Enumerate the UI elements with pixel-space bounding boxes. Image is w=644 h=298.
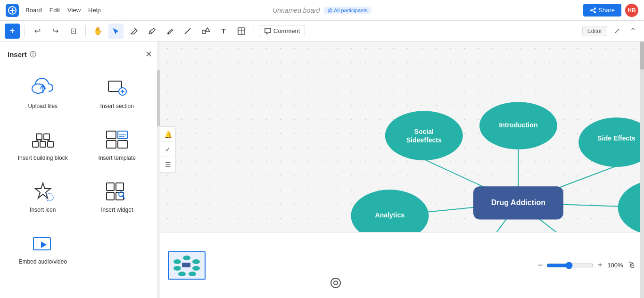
svg-rect-21 [48,141,53,147]
embed-audio-video-label: Embed audio/video [18,258,67,265]
svg-line-5 [592,10,594,11]
app-logo [6,4,19,17]
upload-files-label: Upload files [28,103,58,109]
participants-badge[interactable]: @ All participants [324,7,372,14]
share-label: Share [598,7,615,14]
sidebar-scrollbar-thumb [157,70,160,126]
nav-view[interactable]: View [67,7,81,14]
line-tool[interactable] [180,24,195,39]
zoom-controls: − + 100% 🖱 [538,260,636,270]
table-tool[interactable] [234,24,249,39]
main-area: Insert i ✕ Upload files [0,41,644,298]
toolbar-separator-1 [25,25,25,37]
upload-files-icon [30,76,56,99]
svg-text:Analytics: Analytics [375,211,405,219]
svg-text:Drug Addiction: Drug Addiction [491,198,546,207]
upload-files-item[interactable]: Upload files [8,69,78,117]
toolbar-separator-3 [254,25,254,37]
nav-edit[interactable]: Edit [50,7,60,14]
svg-rect-67 [182,263,190,267]
svg-text:Introduction: Introduction [499,121,537,129]
redo-button[interactable]: ↪ [48,24,63,39]
svg-rect-36 [107,192,114,200]
zoom-slider[interactable] [546,262,594,269]
fill-tool[interactable] [162,24,177,39]
svg-point-74 [189,272,196,276]
board-title-text: Unnamed board [272,7,320,14]
svg-rect-19 [33,141,38,147]
insert-widget-label: Insert widget [101,207,133,213]
svg-rect-20 [40,141,46,147]
svg-text:Side Effects: Side Effects [597,134,636,142]
insert-sidebar: Insert i ✕ Upload files [0,41,160,298]
embed-audio-video-icon [30,232,56,255]
topbar-right-actions: Share HB [583,4,638,17]
expand-button[interactable]: ⤢ [610,25,623,38]
zoom-icon: 🖱 [628,260,636,270]
svg-rect-22 [36,134,42,140]
insert-template-icon [104,128,130,151]
collapse-button[interactable]: ⌃ [626,25,639,38]
svg-point-73 [178,272,186,276]
insert-template-item[interactable]: Insert template [82,121,153,169]
svg-rect-30 [118,141,127,148]
hand-tool[interactable]: ✋ [91,24,106,39]
svg-text:Sideeffects: Sideeffects [406,136,442,144]
editor-badge: Editor [582,26,607,36]
insert-building-block-label: Insert building block [18,155,68,161]
comment-label: Comment [273,27,300,34]
insert-widget-item[interactable]: Insert widget [82,173,153,221]
canvas-area[interactable]: 🔔 ✓ ☰ Social Sideeffects [160,41,644,298]
canvas-scrollbar[interactable] [640,41,644,298]
text-tool[interactable]: T [216,24,231,39]
add-button[interactable]: + [5,24,20,39]
nav-board[interactable]: Board [25,7,42,14]
svg-rect-23 [44,134,50,140]
sidebar-scrollbar[interactable] [157,41,160,298]
svg-point-68 [173,259,181,264]
zoom-in-button[interactable]: + [597,260,603,270]
sidebar-close-button[interactable]: ✕ [145,49,152,59]
svg-line-4 [592,9,594,10]
insert-section-icon [104,76,130,99]
shape-tool[interactable] [198,24,213,39]
format-button[interactable]: ⊡ [66,24,81,39]
minimap-thumbnail[interactable] [168,251,206,280]
comment-button[interactable]: Comment [259,25,305,37]
insert-widget-icon [104,180,130,203]
svg-point-49 [385,111,463,160]
select-tool[interactable] [108,24,124,39]
svg-point-54 [578,117,644,167]
svg-marker-8 [205,28,210,32]
svg-rect-35 [116,183,124,190]
nav-help[interactable]: Help [88,7,101,14]
svg-point-71 [192,266,200,271]
embed-audio-video-item[interactable]: Embed audio/video [8,224,78,273]
share-button[interactable]: Share [583,4,621,17]
sidebar-header: Insert i ✕ [8,49,152,59]
erase-tool[interactable] [126,24,141,39]
pen-tool[interactable] [144,24,159,39]
insert-icon-item[interactable]: Insert icon [8,173,78,221]
insert-icon-icon [30,180,56,203]
svg-point-76 [334,281,338,285]
canvas-scrollbar-thumb [640,41,644,70]
svg-point-70 [192,259,200,264]
undo-button[interactable]: ↩ [30,24,45,39]
svg-rect-34 [107,183,114,190]
insert-section-item[interactable]: Insert section [82,69,153,117]
insert-building-block-item[interactable]: Insert building block [8,121,78,169]
nav-menu: Board Edit View Help [25,7,101,14]
svg-rect-29 [107,141,116,148]
svg-text:Social: Social [414,128,434,135]
zoom-percentage: 100% [606,262,624,269]
minimap-panel: − + 100% 🖱 [160,232,644,298]
insert-building-block-icon [30,128,56,151]
zoom-fit-button[interactable] [330,277,341,290]
insert-section-label: Insert section [100,103,134,109]
user-avatar[interactable]: HB [625,4,638,17]
insert-grid: Upload files Insert section [8,69,152,273]
svg-point-72 [173,266,181,271]
svg-text:i: i [32,52,33,57]
zoom-out-button[interactable]: − [538,260,543,270]
